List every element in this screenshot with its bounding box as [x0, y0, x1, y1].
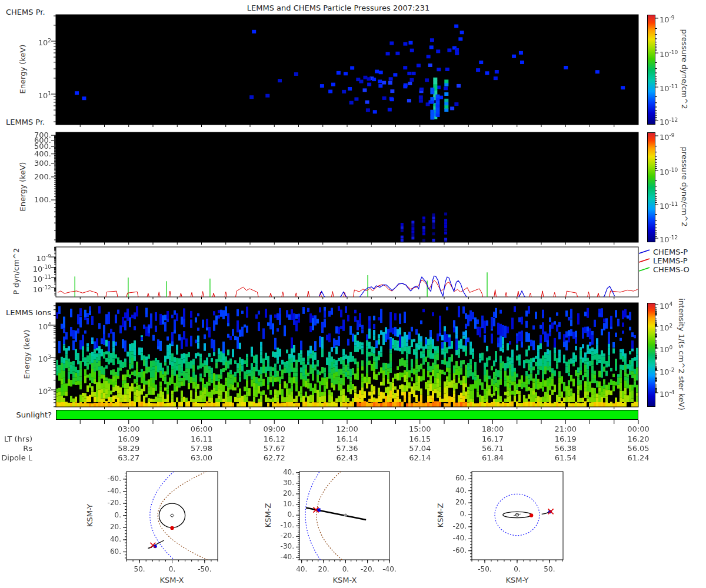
- pressure-cb2-tick: 10-10: [660, 166, 678, 176]
- orbit-xtick: -50.: [184, 565, 225, 574]
- time-tick-label: 12:00: [327, 425, 368, 433]
- orbit-ytick: -40.: [253, 553, 294, 562]
- pressure-ytick: 10-9: [10, 252, 51, 263]
- info-row-value: 16.17: [472, 435, 514, 443]
- orbit-ytick: -10.: [253, 521, 294, 530]
- lemms-ytick: 100.: [10, 195, 51, 204]
- pressure-ytick: 10-11: [10, 273, 51, 283]
- intensity-cb-tick: 104: [660, 300, 672, 310]
- pressure-cb1-tick: 10-11: [660, 82, 678, 93]
- orbit-ytick: -60.: [80, 475, 121, 483]
- time-tick-label: 00:00: [618, 425, 659, 433]
- info-row-value: 57.04: [399, 444, 441, 453]
- info-row-value: 57.67: [254, 444, 295, 453]
- orbit-ytick: 20.: [253, 489, 294, 498]
- pressure-cb2-tick: 10-11: [660, 200, 678, 211]
- orbit-ytick: 10.: [253, 500, 294, 509]
- info-row-value: 57.36: [327, 444, 368, 453]
- pressure-cb1-tick: 10-9: [660, 14, 675, 24]
- lemms-ytick: 400.: [10, 149, 51, 158]
- info-row-value: 62.43: [327, 453, 368, 462]
- info-row-value: 58.29: [108, 444, 149, 453]
- info-row-value: 16.19: [545, 435, 586, 443]
- info-row-label: Dipole L: [0, 453, 32, 462]
- pressure-cb2-tick: 10-12: [660, 233, 678, 244]
- orbit-ytick: -30.: [253, 542, 294, 551]
- info-row-value: 16.15: [399, 435, 441, 443]
- info-row-value: 56.05: [618, 444, 659, 453]
- intensity-cb-tick: 102: [660, 322, 672, 332]
- orbit-ytick: 30.: [253, 479, 294, 487]
- ions-ytick: 102: [10, 385, 51, 396]
- orbit-ytick: -60.: [425, 546, 467, 555]
- info-row-value: 62.14: [399, 453, 441, 462]
- orbit-ytick: 60.: [425, 474, 467, 483]
- orbit-ytick: -40.: [425, 534, 467, 543]
- orbit-ytick: 0.: [80, 511, 121, 520]
- info-row-label: LT (hrs): [0, 435, 32, 443]
- time-tick-label: 21:00: [545, 425, 586, 433]
- info-row-value: 61.54: [545, 453, 586, 462]
- ions-ytick: 103: [10, 353, 51, 363]
- orbit-xtick: -40.: [369, 565, 410, 574]
- orbit-ytick: 40.: [253, 468, 294, 477]
- orbit-ytick: -40.: [80, 487, 121, 496]
- time-tick-label: 03:00: [108, 425, 149, 433]
- pressure-ytick: 10-10: [10, 263, 51, 273]
- orbit-ytick: 20.: [80, 523, 121, 532]
- info-row-value: 62.72: [254, 453, 295, 462]
- intensity-cb-tick: 10-2: [660, 366, 675, 376]
- time-tick-label: 15:00: [399, 425, 441, 433]
- orbit-ytick: 20.: [425, 498, 467, 507]
- info-row-value: 63.00: [181, 453, 222, 462]
- pressure-cb1-tick: 10-12: [660, 116, 678, 126]
- orbit-xtick: 50.: [529, 565, 570, 574]
- info-row-value: 16.11: [181, 435, 222, 443]
- info-row-value: 61.84: [472, 453, 514, 462]
- info-row-value: 16.14: [327, 435, 368, 443]
- chems-ytick: 101: [10, 89, 51, 100]
- info-row-value: 16.09: [108, 435, 149, 443]
- info-row-value: 16.12: [254, 435, 295, 443]
- lemms-chems-plot-page: LEMMS and CHEMS Particle Pressures 2007:…: [0, 0, 706, 588]
- info-row-value: 63.27: [108, 453, 149, 462]
- info-row-value: 56.71: [472, 444, 514, 453]
- intensity-cb-tick: 10-4: [660, 388, 675, 399]
- chems-ytick: 102: [10, 36, 51, 47]
- lemms-ytick: 300.: [10, 159, 51, 168]
- orbit-ytick: 0.: [253, 510, 294, 519]
- time-tick-label: 18:00: [472, 425, 514, 433]
- orbit-ytick: 60.: [80, 547, 121, 556]
- orbit-ytick: 0.: [425, 510, 467, 519]
- time-tick-label: 06:00: [181, 425, 222, 433]
- pressure-cb1-tick: 10-10: [660, 48, 678, 59]
- time-tick-label: 09:00: [254, 425, 295, 433]
- orbit-ytick: 40.: [425, 486, 467, 495]
- pressure-cb2-tick: 10-9: [660, 131, 675, 142]
- intensity-cb-tick: 100: [660, 343, 672, 354]
- orbit-ytick: -20.: [253, 532, 294, 540]
- info-row-value: 16.20: [618, 435, 659, 443]
- info-row-label: Rs: [0, 444, 32, 453]
- info-row-value: 56.38: [545, 444, 586, 453]
- orbit-ytick: -20.: [80, 499, 121, 507]
- info-row-value: 61.24: [618, 453, 659, 462]
- lemms-ytick: 200.: [10, 172, 51, 181]
- info-row-value: 57.98: [181, 444, 222, 453]
- orbit-ytick: -20.: [425, 522, 467, 531]
- ions-ytick: 104: [10, 320, 51, 331]
- pressure-ytick: 10-12: [10, 283, 51, 294]
- orbit-ytick: 40.: [80, 535, 121, 544]
